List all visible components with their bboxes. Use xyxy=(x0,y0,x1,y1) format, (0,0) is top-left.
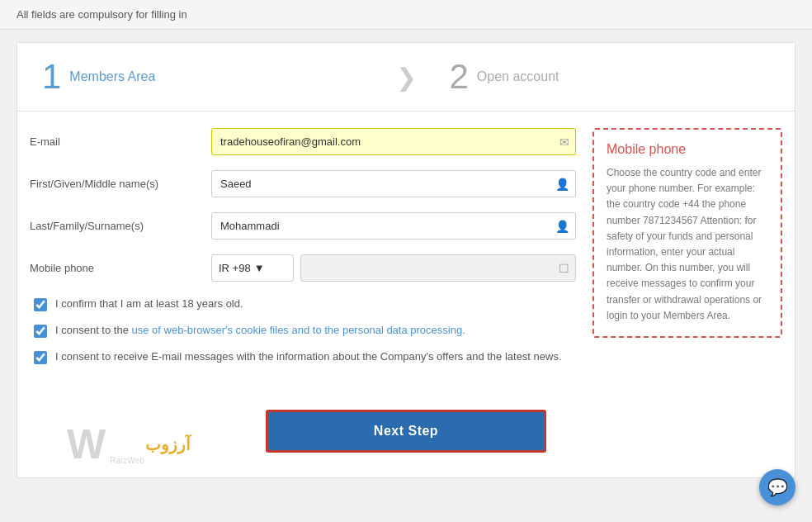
step-1-label: Members Area xyxy=(69,69,155,84)
phone-icon: ☐ xyxy=(559,262,569,275)
age-confirm-label: I confirm that I am at least 18 years ol… xyxy=(55,297,243,311)
watermark-text-area: RarzWeb xyxy=(110,456,144,465)
phone-row: Mobile phone IR +98 ▼ ☐ xyxy=(30,254,576,282)
watermark-area: W RarzWeb xyxy=(67,424,144,465)
next-step-button[interactable]: Next Step xyxy=(266,410,546,453)
phone-number-input[interactable] xyxy=(300,254,576,282)
lastname-label: Last/Family/Surname(s) xyxy=(30,220,211,232)
top-bar: All fields are compulsory for filling in xyxy=(0,0,812,30)
email-label: E-mail xyxy=(30,135,211,148)
envelope-icon: ✉ xyxy=(559,135,569,149)
lastname-row: Last/Family/Surname(s) 👤 xyxy=(30,212,576,240)
tooltip-text: Choose the country code and enter your p… xyxy=(607,165,768,324)
firstname-input[interactable] xyxy=(211,170,576,197)
cookie-consent-checkbox[interactable] xyxy=(34,325,47,338)
chat-button[interactable]: 💬 xyxy=(759,469,795,505)
firstname-row: First/Given/Middle name(s) 👤 xyxy=(30,170,576,197)
watermark-logo-icon: W xyxy=(67,424,106,465)
checkbox-section: I confirm that I am at least 18 years ol… xyxy=(30,297,576,365)
firstname-label: First/Given/Middle name(s) xyxy=(30,178,211,190)
mobile-phone-tooltip: Mobile phone Choose the country code and… xyxy=(592,128,782,338)
step-1-number: 1 xyxy=(42,59,61,94)
watermark-brand: RarzWeb xyxy=(110,456,144,465)
cookie-consent-link[interactable]: use of web-browser's cookie files and to… xyxy=(132,324,465,336)
cookie-consent-label: I consent to the use of web-browser's co… xyxy=(55,323,465,338)
age-confirm-checkbox[interactable] xyxy=(34,298,47,311)
lastname-input[interactable] xyxy=(211,212,576,240)
button-area: W RarzWeb آرزوب Next Step xyxy=(17,393,795,477)
dropdown-arrow-icon: ▼ xyxy=(254,262,265,274)
step-2-label: Open account xyxy=(477,69,559,84)
email-row: E-mail ✉ xyxy=(30,128,576,155)
lastname-input-wrap: 👤 xyxy=(211,212,576,240)
checkbox-row-3: I consent to receive E-mail messages wit… xyxy=(34,349,576,364)
checkbox-row-1: I confirm that I am at least 18 years ol… xyxy=(34,297,576,311)
email-input[interactable] xyxy=(211,128,576,155)
email-consent-checkbox[interactable] xyxy=(34,351,47,364)
form-section: E-mail ✉ First/Given/Middle name(s) 👤 La… xyxy=(30,128,576,377)
cookie-label-before: I consent to the xyxy=(55,324,132,336)
phone-wrap: IR +98 ▼ ☐ xyxy=(211,254,576,282)
required-fields-notice: All fields are compulsory for filling in xyxy=(17,8,187,21)
email-consent-label: I consent to receive E-mail messages wit… xyxy=(55,349,562,364)
phone-number-wrap: ☐ xyxy=(300,254,576,282)
firstname-input-wrap: 👤 xyxy=(211,170,576,197)
step-2-number: 2 xyxy=(450,59,469,94)
phone-country-selector[interactable]: IR +98 ▼ xyxy=(211,254,294,282)
tooltip-title: Mobile phone xyxy=(607,142,768,157)
country-code-text: IR +98 xyxy=(219,262,251,274)
step-2: 2 Open account xyxy=(425,43,795,111)
main-container: 1 Members Area ❯ 2 Open account E-mail ✉… xyxy=(17,42,795,478)
phone-label: Mobile phone xyxy=(30,262,211,274)
chat-icon: 💬 xyxy=(767,477,788,497)
arabic-watermark: آرزوب xyxy=(145,434,191,454)
user-icon: 👤 xyxy=(555,178,569,191)
user-icon-2: 👤 xyxy=(555,220,569,233)
form-area: E-mail ✉ First/Given/Middle name(s) 👤 La… xyxy=(17,112,795,393)
checkbox-row-2: I consent to the use of web-browser's co… xyxy=(34,323,576,338)
email-input-wrap: ✉ xyxy=(211,128,576,155)
step-1: 1 Members Area xyxy=(17,43,388,111)
step-divider: ❯ xyxy=(388,63,425,92)
steps-header: 1 Members Area ❯ 2 Open account xyxy=(17,43,795,112)
